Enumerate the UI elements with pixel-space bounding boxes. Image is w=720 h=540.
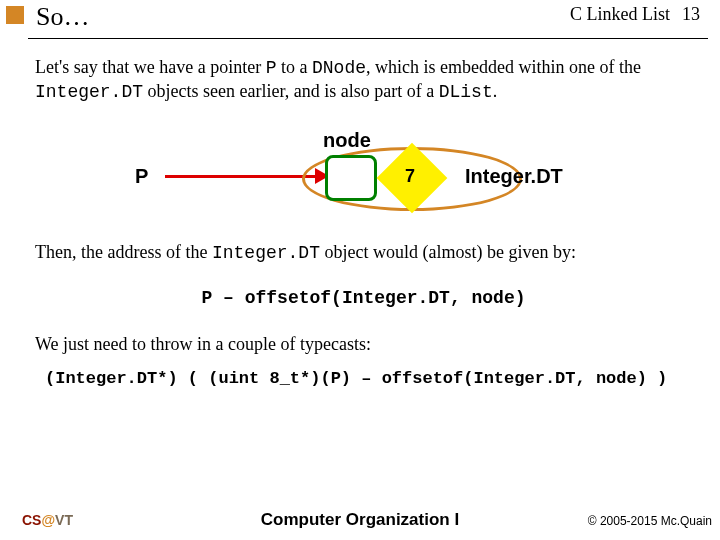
arrow-shaft (165, 175, 317, 178)
code-inline: DList (439, 82, 493, 102)
footer-copyright: © 2005-2015 Mc.Quain (588, 514, 712, 528)
code-inline: DNode (312, 58, 366, 78)
text: , which is embedded within one of the (366, 57, 641, 77)
paragraph-3: We just need to throw in a couple of typ… (35, 333, 692, 356)
value-text: 7 (405, 165, 415, 188)
text: objects seen earlier, and is also part o… (143, 81, 439, 101)
text: Let's say that we have a pointer (35, 57, 266, 77)
slide: So… C Linked List 13 Let's say that we h… (0, 0, 720, 540)
paragraph-2: Then, the address of the Integer.DT obje… (35, 241, 692, 265)
code-inline: Integer.DT (35, 82, 143, 102)
paragraph-3-wrap: We just need to throw in a couple of typ… (35, 333, 692, 390)
accent-square (6, 6, 24, 24)
pointer-label: P (135, 163, 148, 189)
paragraph-1: Let's say that we have a pointer P to a … (35, 56, 692, 105)
node-box (325, 155, 377, 201)
slide-title: So… (36, 2, 89, 32)
code-expression-2: (Integer.DT*) ( (uint 8_t*)(P) – offseto… (45, 368, 692, 390)
diagram: P node 7 Integer.DT (35, 123, 692, 233)
text: . (493, 81, 498, 101)
code-inline: Integer.DT (212, 243, 320, 263)
node-label: node (323, 127, 371, 153)
text: Then, the address of the (35, 242, 212, 262)
struct-label: Integer.DT (465, 163, 563, 189)
text: object would (almost) be given by: (320, 242, 576, 262)
code-inline: P (266, 58, 277, 78)
slide-topic: C Linked List (570, 4, 670, 25)
page-number: 13 (682, 4, 700, 25)
code-expression-1: P – offsetof(Integer.DT, node) (35, 287, 692, 310)
horizontal-rule (28, 38, 708, 39)
slide-body: Let's say that we have a pointer P to a … (35, 56, 692, 390)
text: to a (276, 57, 312, 77)
